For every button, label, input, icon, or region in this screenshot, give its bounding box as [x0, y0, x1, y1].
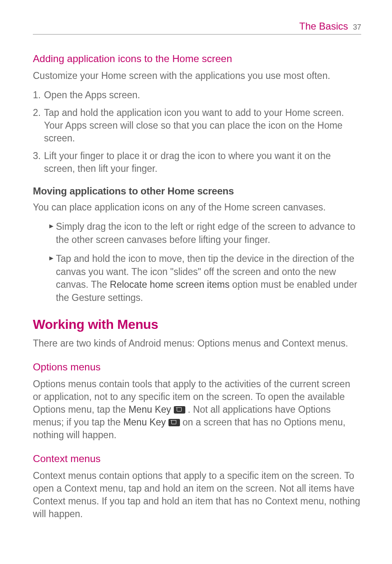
paragraph-options-menus: Options menus contain tools that apply t…	[33, 378, 361, 441]
step-text: Tap and hold the application icon you wa…	[44, 106, 361, 145]
step-text: Open the Apps screen.	[44, 89, 361, 102]
heading-context-menus: Context menus	[33, 453, 361, 465]
bullet-list: ▶ Simply drag the icon to the left or ri…	[49, 220, 361, 304]
step-item: 2. Tap and hold the application icon you…	[33, 106, 361, 145]
header-page-number: 37	[353, 23, 361, 32]
inline-strong: Relocate home screen items	[110, 279, 229, 290]
step-item: 3. Lift your finger to place it or drag …	[33, 150, 361, 175]
step-number: 2.	[33, 106, 44, 145]
bullet-text: Simply drag the icon to the left or righ…	[56, 221, 355, 245]
inline-strong: Menu Key	[129, 404, 171, 415]
bullet-marker-icon: ▶	[49, 222, 53, 230]
paragraph-context-menus: Context menus contain options that apply…	[33, 469, 361, 520]
menu-key-icon	[174, 406, 185, 414]
paragraph-menu-kinds: There are two kinds of Android menus: Op…	[33, 337, 361, 350]
document-page: The Basics 37 Adding application icons t…	[0, 0, 392, 552]
step-number: 1.	[33, 89, 44, 102]
bullet-marker-icon: ▶	[49, 254, 53, 262]
page-header: The Basics 37	[33, 21, 361, 35]
heading-working-menus: Working with Menus	[33, 317, 361, 332]
inline-strong: Menu Key	[123, 417, 166, 428]
bullet-text: Tap and hold the icon to move, then tip …	[56, 253, 357, 303]
menu-key-icon	[168, 419, 180, 426]
paragraph-customize: Customize your Home screen with the appl…	[33, 69, 361, 82]
paragraph-canvases: You can place application icons on any o…	[33, 201, 361, 214]
step-number: 3.	[33, 150, 44, 175]
heading-options-menus: Options menus	[33, 361, 361, 373]
heading-moving-apps: Moving applications to other Home screen…	[33, 185, 361, 197]
step-item: 1. Open the Apps screen.	[33, 89, 361, 102]
heading-adding-icons: Adding application icons to the Home scr…	[33, 53, 361, 65]
header-section-title: The Basics	[299, 21, 348, 32]
steps-list: 1. Open the Apps screen. 2. Tap and hold…	[33, 89, 361, 175]
bullet-item: ▶ Simply drag the icon to the left or ri…	[49, 220, 361, 246]
step-text: Lift your finger to place it or drag the…	[44, 150, 361, 175]
bullet-item: ▶ Tap and hold the icon to move, then ti…	[49, 252, 361, 305]
